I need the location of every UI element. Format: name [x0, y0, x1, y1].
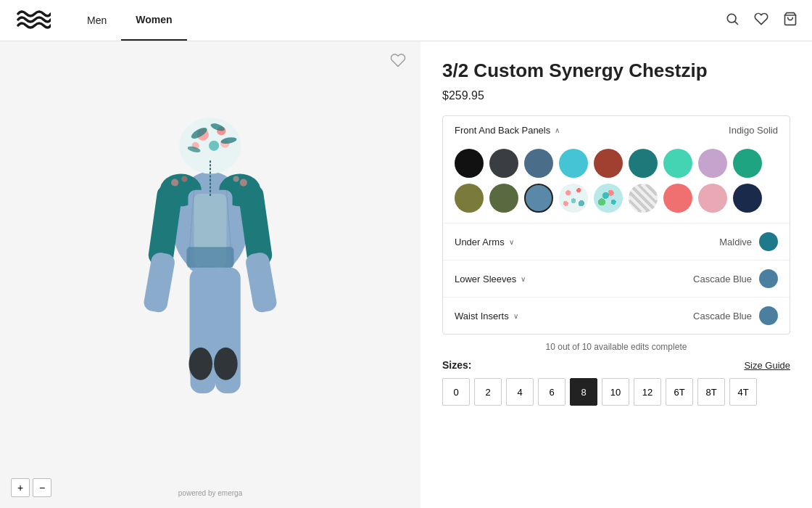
customizer-panel[interactable]: Front And Back Panels ∧ Indigo Solid Und… — [442, 115, 790, 335]
panel-header-lower-sleeves-label: Lower Sleeves ∨ — [455, 274, 526, 284]
color-option-jade[interactable] — [733, 149, 762, 178]
svg-rect-26 — [244, 251, 278, 314]
panel-header-front-back-label: Front And Back Panels ∧ — [455, 125, 560, 136]
sizes-label: Sizes: — [442, 359, 471, 371]
lower-sleeves-swatch — [759, 269, 778, 288]
size-btn-10[interactable]: 10 — [602, 378, 629, 406]
svg-point-17 — [171, 179, 178, 186]
panel-header-under-arms-value: Maldive — [719, 232, 778, 251]
panel-header-lower-sleeves[interactable]: Lower Sleeves ∨ Cascade Blue — [443, 261, 790, 297]
size-btn-4[interactable]: 4 — [506, 378, 534, 406]
panel-section-under-arms: Under Arms ∨ Maldive — [443, 224, 790, 261]
zoom-in-button[interactable]: + — [11, 478, 30, 497]
product-image — [87, 75, 334, 475]
size-btn-6T[interactable]: 6T — [666, 378, 693, 406]
color-option-teal[interactable] — [629, 149, 658, 178]
color-option-mint[interactable] — [663, 149, 692, 178]
product-price: $259.95 — [442, 89, 790, 102]
svg-rect-24 — [143, 251, 176, 314]
color-grid — [443, 144, 790, 223]
nav-item-women[interactable]: Women — [121, 0, 186, 41]
color-option-charcoal[interactable] — [489, 149, 518, 178]
panel-section-front-back: Front And Back Panels ∧ Indigo Solid — [443, 116, 790, 224]
cart-icon[interactable] — [783, 12, 798, 30]
color-option-coral[interactable] — [663, 184, 692, 213]
chevron-under-arms: ∨ — [509, 238, 514, 246]
svg-point-18 — [181, 176, 187, 181]
svg-point-20 — [233, 176, 239, 181]
svg-rect-35 — [186, 247, 233, 268]
panel-header-under-arms-label: Under Arms ∨ — [455, 237, 514, 247]
color-option-indigo-solid[interactable] — [524, 184, 553, 213]
zoom-controls: + − — [11, 478, 51, 497]
main-content: + − powered by emerga 3/2 Custom Synergy… — [0, 41, 812, 508]
panel-header-front-back[interactable]: Front And Back Panels ∧ Indigo Solid — [443, 116, 790, 144]
color-option-slate-blue[interactable] — [524, 149, 553, 178]
size-btn-4T[interactable]: 4T — [729, 378, 757, 406]
size-btn-8T[interactable]: 8T — [697, 378, 725, 406]
color-option-lavender[interactable] — [698, 149, 727, 178]
svg-point-1 — [727, 14, 736, 22]
size-btn-8[interactable]: 8 — [570, 378, 597, 406]
color-option-camo[interactable] — [489, 184, 518, 213]
size-options: 0246810126T8T4T — [442, 378, 790, 406]
svg-line-2 — [735, 21, 738, 24]
panel-header-lower-sleeves-value: Cascade Blue — [693, 269, 778, 288]
progress-text: 10 out of 10 available edits complete — [442, 342, 790, 352]
zoom-out-button[interactable]: − — [33, 478, 51, 497]
search-icon[interactable] — [725, 12, 740, 30]
powered-by-label: powered by emerga — [178, 489, 242, 497]
product-image-area: + − powered by emerga — [0, 41, 420, 508]
size-btn-12[interactable]: 12 — [634, 378, 661, 406]
size-btn-6[interactable]: 6 — [538, 378, 566, 406]
size-btn-2[interactable]: 2 — [474, 378, 502, 406]
svg-point-19 — [240, 179, 247, 186]
wishlist-icon[interactable] — [754, 12, 768, 30]
logo[interactable] — [14, 7, 72, 35]
product-detail: 3/2 Custom Synergy Chestzip $259.95 Fron… — [420, 41, 812, 508]
panel-section-lower-sleeves: Lower Sleeves ∨ Cascade Blue — [443, 261, 790, 298]
product-wishlist-button[interactable] — [390, 52, 406, 73]
header: Men Women — [0, 0, 812, 41]
color-option-geo[interactable] — [629, 184, 658, 213]
header-icons — [725, 12, 798, 30]
color-option-navy[interactable] — [733, 184, 762, 213]
chevron-front-back: ∧ — [555, 126, 560, 134]
panel-header-waist-inserts[interactable]: Waist Inserts ∨ Cascade Blue — [443, 298, 790, 334]
panel-section-waist-inserts: Waist Inserts ∨ Cascade Blue — [443, 298, 790, 334]
color-option-blush[interactable] — [698, 184, 727, 213]
color-option-aqua[interactable] — [559, 149, 588, 178]
color-option-tropical[interactable] — [594, 184, 623, 213]
color-option-floral[interactable] — [559, 184, 588, 213]
chevron-lower-sleeves: ∨ — [521, 275, 526, 283]
color-option-black[interactable] — [455, 149, 484, 178]
color-option-rust[interactable] — [594, 149, 623, 178]
nav-item-men[interactable]: Men — [72, 0, 121, 41]
waist-inserts-swatch — [759, 306, 778, 325]
panel-header-waist-inserts-label: Waist Inserts ∨ — [455, 311, 518, 321]
chevron-waist-inserts: ∨ — [513, 312, 518, 320]
svg-point-31 — [214, 347, 238, 380]
size-btn-0[interactable]: 0 — [442, 378, 470, 406]
size-guide-link[interactable]: Size Guide — [744, 360, 790, 371]
panel-header-front-back-value: Indigo Solid — [729, 125, 778, 136]
panel-header-waist-inserts-value: Cascade Blue — [693, 306, 778, 325]
svg-point-8 — [209, 140, 219, 150]
color-option-olive[interactable] — [455, 184, 484, 213]
sizes-row: Sizes: Size Guide — [442, 359, 790, 371]
main-nav: Men Women — [72, 0, 187, 41]
svg-point-30 — [188, 347, 212, 380]
panel-header-under-arms[interactable]: Under Arms ∨ Maldive — [443, 224, 790, 260]
product-title: 3/2 Custom Synergy Chestzip — [442, 60, 790, 82]
under-arms-swatch — [759, 232, 778, 251]
